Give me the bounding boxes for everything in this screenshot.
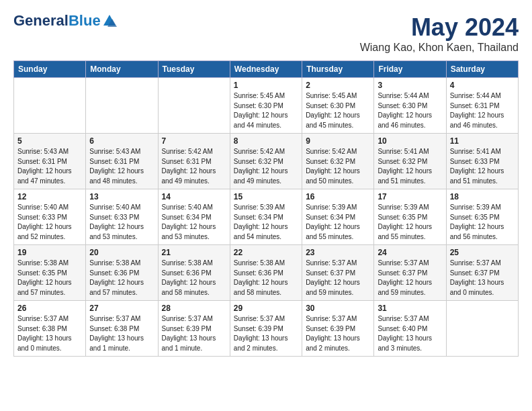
day-detail: Sunrise: 5:37 AM Sunset: 6:38 PM Dayligh…: [89, 314, 154, 353]
calendar-cell: 25Sunrise: 5:37 AM Sunset: 6:37 PM Dayli…: [446, 245, 518, 301]
day-detail: Sunrise: 5:42 AM Sunset: 6:31 PM Dayligh…: [162, 147, 226, 186]
calendar-cell: 10Sunrise: 5:41 AM Sunset: 6:32 PM Dayli…: [374, 134, 446, 189]
day-number: 26: [17, 304, 82, 313]
calendar-cell: 5Sunrise: 5:43 AM Sunset: 6:31 PM Daylig…: [14, 134, 86, 189]
calendar-cell: 2Sunrise: 5:45 AM Sunset: 6:30 PM Daylig…: [302, 78, 374, 134]
day-number: 29: [234, 304, 298, 313]
day-number: 30: [306, 304, 370, 313]
day-detail: Sunrise: 5:37 AM Sunset: 6:37 PM Dayligh…: [450, 259, 515, 298]
calendar-cell: 8Sunrise: 5:42 AM Sunset: 6:32 PM Daylig…: [230, 134, 302, 189]
month-title: May 2024: [360, 13, 519, 42]
calendar-cell: 7Sunrise: 5:42 AM Sunset: 6:31 PM Daylig…: [158, 134, 230, 189]
day-number: 11: [450, 136, 515, 146]
day-number: 9: [306, 136, 370, 146]
day-detail: Sunrise: 5:38 AM Sunset: 6:36 PM Dayligh…: [234, 259, 298, 298]
calendar-cell: 23Sunrise: 5:37 AM Sunset: 6:37 PM Dayli…: [302, 245, 374, 301]
week-row-4: 19Sunrise: 5:38 AM Sunset: 6:35 PM Dayli…: [14, 245, 519, 301]
logo-text: GeneralBlue: [13, 13, 101, 28]
day-detail: Sunrise: 5:38 AM Sunset: 6:35 PM Dayligh…: [17, 259, 82, 298]
week-row-1: 1Sunrise: 5:45 AM Sunset: 6:30 PM Daylig…: [14, 78, 519, 134]
logo: GeneralBlue: [13, 13, 117, 28]
day-number: 10: [378, 136, 442, 146]
day-detail: Sunrise: 5:37 AM Sunset: 6:39 PM Dayligh…: [306, 314, 370, 353]
day-detail: Sunrise: 5:39 AM Sunset: 6:34 PM Dayligh…: [234, 203, 298, 242]
calendar-cell: 17Sunrise: 5:39 AM Sunset: 6:35 PM Dayli…: [374, 189, 446, 245]
calendar-cell: [86, 78, 158, 134]
day-detail: Sunrise: 5:39 AM Sunset: 6:35 PM Dayligh…: [378, 203, 442, 242]
day-number: 5: [17, 136, 82, 146]
calendar-cell: 4Sunrise: 5:44 AM Sunset: 6:31 PM Daylig…: [446, 78, 518, 134]
calendar-cell: 27Sunrise: 5:37 AM Sunset: 6:38 PM Dayli…: [86, 301, 158, 357]
day-detail: Sunrise: 5:39 AM Sunset: 6:35 PM Dayligh…: [450, 203, 515, 242]
day-number: 7: [162, 136, 226, 146]
day-detail: Sunrise: 5:41 AM Sunset: 6:32 PM Dayligh…: [378, 147, 442, 186]
day-number: 17: [378, 192, 442, 201]
location-title: Wiang Kao, Khon Kaen, Thailand: [360, 42, 519, 54]
day-detail: Sunrise: 5:44 AM Sunset: 6:30 PM Dayligh…: [378, 91, 442, 130]
calendar-cell: 21Sunrise: 5:38 AM Sunset: 6:36 PM Dayli…: [158, 245, 230, 301]
day-number: 21: [162, 248, 226, 257]
calendar-cell: 22Sunrise: 5:38 AM Sunset: 6:36 PM Dayli…: [230, 245, 302, 301]
day-number: 13: [89, 192, 154, 201]
calendar-cell: 15Sunrise: 5:39 AM Sunset: 6:34 PM Dayli…: [230, 189, 302, 245]
day-detail: Sunrise: 5:39 AM Sunset: 6:34 PM Dayligh…: [306, 203, 370, 242]
day-number: 12: [17, 192, 82, 201]
day-detail: Sunrise: 5:37 AM Sunset: 6:37 PM Dayligh…: [378, 259, 442, 298]
day-detail: Sunrise: 5:37 AM Sunset: 6:39 PM Dayligh…: [234, 314, 298, 353]
day-number: 27: [89, 304, 154, 313]
calendar-cell: 26Sunrise: 5:37 AM Sunset: 6:38 PM Dayli…: [14, 301, 86, 357]
logo-blue: Blue: [69, 12, 101, 29]
calendar-cell: 28Sunrise: 5:37 AM Sunset: 6:39 PM Dayli…: [158, 301, 230, 357]
day-number: 16: [306, 192, 370, 201]
calendar-cell: 18Sunrise: 5:39 AM Sunset: 6:35 PM Dayli…: [446, 189, 518, 245]
day-detail: Sunrise: 5:38 AM Sunset: 6:36 PM Dayligh…: [89, 259, 154, 298]
calendar-header-row: SundayMondayTuesdayWednesdayThursdayFrid…: [14, 61, 519, 78]
calendar-cell: 13Sunrise: 5:40 AM Sunset: 6:33 PM Dayli…: [86, 189, 158, 245]
day-number: 31: [378, 304, 442, 313]
calendar-cell: 19Sunrise: 5:38 AM Sunset: 6:35 PM Dayli…: [14, 245, 86, 301]
day-detail: Sunrise: 5:37 AM Sunset: 6:40 PM Dayligh…: [378, 314, 442, 353]
day-detail: Sunrise: 5:42 AM Sunset: 6:32 PM Dayligh…: [234, 147, 298, 186]
week-row-5: 26Sunrise: 5:37 AM Sunset: 6:38 PM Dayli…: [14, 301, 519, 357]
week-row-2: 5Sunrise: 5:43 AM Sunset: 6:31 PM Daylig…: [14, 134, 519, 189]
day-detail: Sunrise: 5:40 AM Sunset: 6:33 PM Dayligh…: [17, 203, 82, 242]
day-detail: Sunrise: 5:44 AM Sunset: 6:31 PM Dayligh…: [450, 91, 515, 130]
day-detail: Sunrise: 5:40 AM Sunset: 6:34 PM Dayligh…: [162, 203, 226, 242]
calendar-cell: [158, 78, 230, 134]
day-number: 3: [378, 81, 442, 90]
day-header-saturday: Saturday: [446, 61, 518, 78]
calendar-cell: 12Sunrise: 5:40 AM Sunset: 6:33 PM Dayli…: [14, 189, 86, 245]
calendar-cell: 1Sunrise: 5:45 AM Sunset: 6:30 PM Daylig…: [230, 78, 302, 134]
day-detail: Sunrise: 5:41 AM Sunset: 6:33 PM Dayligh…: [450, 147, 515, 186]
page-header: GeneralBlue May 2024 Wiang Kao, Khon Kae…: [13, 13, 519, 54]
day-header-thursday: Thursday: [302, 61, 374, 78]
day-header-tuesday: Tuesday: [158, 61, 230, 78]
calendar-cell: 20Sunrise: 5:38 AM Sunset: 6:36 PM Dayli…: [86, 245, 158, 301]
day-number: 20: [89, 248, 154, 257]
day-detail: Sunrise: 5:40 AM Sunset: 6:33 PM Dayligh…: [89, 203, 154, 242]
day-number: 19: [17, 248, 82, 257]
day-number: 24: [378, 248, 442, 257]
day-detail: Sunrise: 5:45 AM Sunset: 6:30 PM Dayligh…: [234, 91, 298, 130]
day-number: 8: [234, 136, 298, 146]
logo-general: General: [13, 12, 69, 29]
day-number: 18: [450, 192, 515, 201]
calendar-cell: 29Sunrise: 5:37 AM Sunset: 6:39 PM Dayli…: [230, 301, 302, 357]
day-number: 6: [89, 136, 154, 146]
day-detail: Sunrise: 5:42 AM Sunset: 6:32 PM Dayligh…: [306, 147, 370, 186]
day-detail: Sunrise: 5:37 AM Sunset: 6:38 PM Dayligh…: [17, 314, 82, 353]
calendar-cell: 11Sunrise: 5:41 AM Sunset: 6:33 PM Dayli…: [446, 134, 518, 189]
day-detail: Sunrise: 5:45 AM Sunset: 6:30 PM Dayligh…: [306, 91, 370, 130]
calendar-cell: [14, 78, 86, 134]
calendar-cell: 31Sunrise: 5:37 AM Sunset: 6:40 PM Dayli…: [374, 301, 446, 357]
calendar-cell: 24Sunrise: 5:37 AM Sunset: 6:37 PM Dayli…: [374, 245, 446, 301]
day-detail: Sunrise: 5:37 AM Sunset: 6:37 PM Dayligh…: [306, 259, 370, 298]
calendar-cell: 30Sunrise: 5:37 AM Sunset: 6:39 PM Dayli…: [302, 301, 374, 357]
week-row-3: 12Sunrise: 5:40 AM Sunset: 6:33 PM Dayli…: [14, 189, 519, 245]
calendar-cell: 9Sunrise: 5:42 AM Sunset: 6:32 PM Daylig…: [302, 134, 374, 189]
title-area: May 2024 Wiang Kao, Khon Kaen, Thailand: [360, 13, 519, 54]
calendar-cell: [446, 301, 518, 357]
day-header-wednesday: Wednesday: [230, 61, 302, 78]
day-header-monday: Monday: [86, 61, 158, 78]
day-number: 2: [306, 81, 370, 90]
